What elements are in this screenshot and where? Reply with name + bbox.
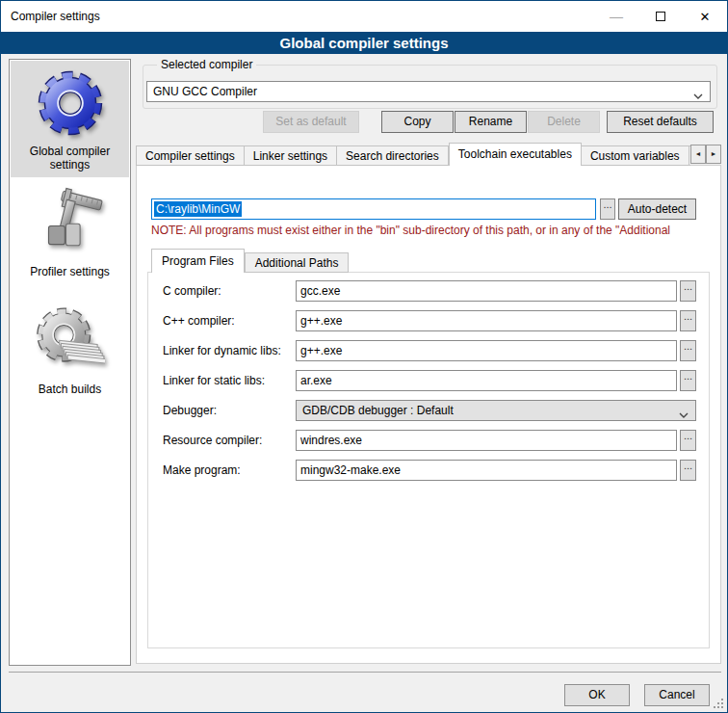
chevron-down-icon xyxy=(693,89,703,102)
c-compiler-browse-button[interactable]: ... xyxy=(680,280,696,302)
minimize-icon: — xyxy=(610,9,623,24)
compiler-settings-dialog: Compiler settings — ✕ Global compiler se… xyxy=(0,0,728,713)
program-files-tabstrip: Program Files Additional Paths xyxy=(151,249,349,273)
tab-custom-variables[interactable]: Custom variables xyxy=(582,145,689,166)
settings-tabstrip: Compiler settings Linker settings Search… xyxy=(136,143,690,166)
c-compiler-input[interactable] xyxy=(296,280,677,302)
linker-static-label: Linker for static libs: xyxy=(163,374,265,387)
tab-linker-settings[interactable]: Linker settings xyxy=(245,145,337,166)
linker-dynamic-input[interactable] xyxy=(296,340,677,361)
window-controls: — ✕ xyxy=(594,1,727,32)
make-program-browse-button[interactable]: ... xyxy=(680,460,696,481)
resource-compiler-label: Resource compiler: xyxy=(163,434,262,447)
linker-dynamic-browse-button[interactable]: ... xyxy=(680,340,696,361)
right-arrow-icon: ► xyxy=(711,150,717,157)
tab-scroll-right-button[interactable]: ► xyxy=(706,145,721,164)
cpp-compiler-browse-button[interactable]: ... xyxy=(680,310,696,331)
window-title: Compiler settings xyxy=(11,1,100,32)
blue-gear-icon xyxy=(11,66,129,143)
footer-separator xyxy=(9,672,721,673)
left-arrow-icon: ◄ xyxy=(695,150,702,157)
linker-static-input[interactable] xyxy=(296,370,677,391)
page-title: Global compiler settings xyxy=(1,32,727,54)
sidebar-item-batch-builds[interactable]: Batch builds xyxy=(11,303,129,416)
sidebar-item-label: Profiler settings xyxy=(11,265,129,278)
debugger-label: Debugger: xyxy=(163,404,217,417)
tab-search-directories[interactable]: Search directories xyxy=(337,145,449,166)
chevron-down-icon xyxy=(679,408,689,421)
debugger-select[interactable]: GDB/CDB debugger : Default xyxy=(296,400,696,421)
delete-button[interactable]: Delete xyxy=(528,111,600,133)
linker-static-browse-button[interactable]: ... xyxy=(680,370,696,391)
selected-compiler-group-label: Selected compiler xyxy=(157,58,256,71)
tab-compiler-settings[interactable]: Compiler settings xyxy=(136,145,245,166)
close-icon: ✕ xyxy=(700,10,711,24)
installation-directory-browse-button[interactable]: ... xyxy=(600,198,615,220)
reset-defaults-button[interactable]: Reset defaults xyxy=(607,111,714,133)
linker-dynamic-label: Linker for dynamic libs: xyxy=(163,344,281,357)
tab-program-files[interactable]: Program Files xyxy=(151,249,245,273)
maximize-button[interactable] xyxy=(638,1,683,32)
close-button[interactable]: ✕ xyxy=(683,1,727,32)
make-program-label: Make program: xyxy=(163,463,241,477)
tab-toolchain-executables[interactable]: Toolchain executables xyxy=(449,143,582,166)
resize-grip[interactable] xyxy=(712,697,723,708)
settings-category-list: Global compiler settings xyxy=(9,59,131,666)
compiler-select[interactable]: GNU GCC Compiler xyxy=(146,81,711,102)
auto-detect-button[interactable]: Auto-detect xyxy=(618,198,696,220)
tab-scroll-left-button[interactable]: ◄ xyxy=(690,145,706,164)
c-compiler-label: C compiler: xyxy=(163,284,221,298)
resource-compiler-browse-button[interactable]: ... xyxy=(680,430,696,451)
installation-directory-selected-text: C:\raylib\MinGW xyxy=(154,201,242,217)
cancel-button[interactable]: Cancel xyxy=(644,684,710,706)
set-as-default-button[interactable]: Set as default xyxy=(263,111,359,133)
installation-directory-input[interactable]: C:\raylib\MinGW xyxy=(151,198,596,220)
sidebar-item-global-compiler-settings[interactable]: Global compiler settings xyxy=(11,61,129,177)
compiler-select-value: GNU GCC Compiler xyxy=(153,85,257,98)
resource-compiler-input[interactable] xyxy=(296,430,677,451)
rename-button[interactable]: Rename xyxy=(455,111,527,133)
sidebar-item-label: Global compiler settings xyxy=(11,145,129,172)
gray-gear-stack-icon xyxy=(11,304,129,377)
debugger-select-value: GDB/CDB debugger : Default xyxy=(302,404,454,417)
copy-button[interactable]: Copy xyxy=(381,111,454,133)
minimize-button[interactable]: — xyxy=(594,1,638,32)
cpp-compiler-label: C++ compiler: xyxy=(163,314,235,328)
cpp-compiler-input[interactable] xyxy=(296,310,677,331)
sidebar-item-label: Batch builds xyxy=(11,383,129,396)
caliper-icon xyxy=(11,187,129,259)
ok-button[interactable]: OK xyxy=(564,684,630,706)
bin-subdirectory-note: NOTE: All programs must exist either in … xyxy=(151,224,708,237)
maximize-icon xyxy=(656,12,665,21)
titlebar: Compiler settings — ✕ xyxy=(1,1,727,32)
sidebar-item-profiler-settings[interactable]: Profiler settings xyxy=(11,185,129,293)
make-program-input[interactable] xyxy=(296,460,677,481)
tab-additional-paths[interactable]: Additional Paths xyxy=(245,252,350,273)
